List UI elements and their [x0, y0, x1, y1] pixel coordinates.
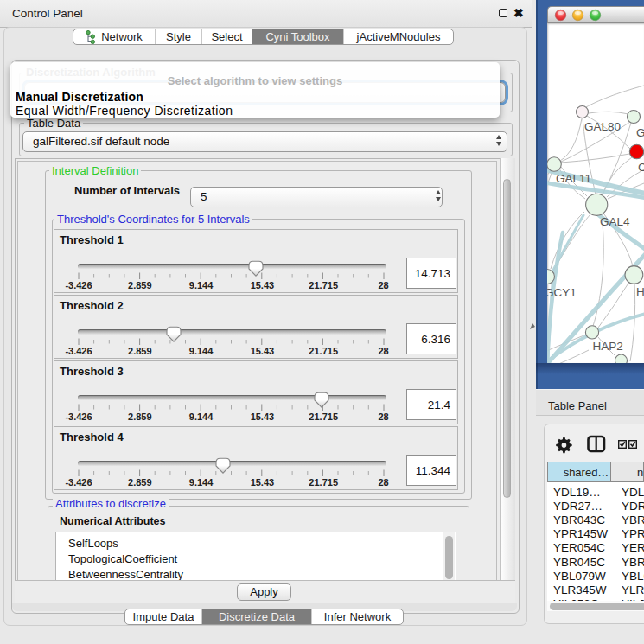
svg-text:GAL4: GAL4: [600, 215, 630, 228]
svg-text:C: C: [638, 161, 644, 174]
svg-text:HAP2: HAP2: [593, 340, 623, 353]
svg-text:GAL11: GAL11: [556, 172, 591, 185]
svg-text:H: H: [636, 285, 644, 298]
svg-text:GCY1: GCY1: [547, 286, 577, 299]
svg-text:GAL80: GAL80: [584, 120, 621, 133]
svg-text:GA: GA: [636, 126, 644, 139]
